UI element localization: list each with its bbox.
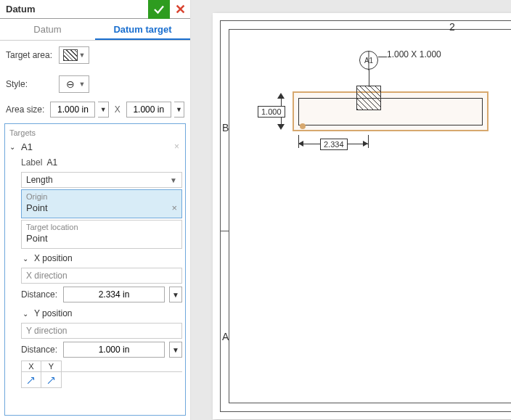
tabs: Datum Datum target — [0, 19, 190, 41]
callout-leader — [378, 57, 387, 57]
target-a1-row[interactable]: ⌄ A1 × — [8, 139, 182, 155]
style-dropdown[interactable]: ⊖ ▼ — [59, 75, 89, 93]
close-icon: ✕ — [175, 1, 186, 17]
datum-target-area[interactable] — [356, 86, 381, 110]
label-value: A1 — [46, 157, 57, 168]
arrow-icon — [298, 141, 303, 147]
area-height-input[interactable] — [126, 102, 171, 118]
callout-text[interactable]: 1.000 X 1.000 — [387, 49, 441, 59]
hatch-icon — [63, 49, 78, 61]
arrow-icon — [26, 375, 36, 385]
tab-x[interactable]: X — [21, 361, 41, 371]
xy-icons — [21, 372, 182, 388]
x-separator: X — [115, 104, 120, 115]
clear-origin-button[interactable]: × — [171, 202, 177, 213]
targets-list: Targets ⌄ A1 × Label A1 Length ▼ Origin — [4, 123, 186, 416]
part-outline[interactable] — [298, 98, 483, 125]
tab-datum-target[interactable]: Datum target — [95, 19, 190, 40]
style-label: Style: — [6, 79, 53, 89]
xdirection-placeholder: X direction — [26, 271, 68, 281]
targets-heading: Targets — [8, 127, 182, 139]
zone-label-a: A — [222, 331, 229, 342]
chevron-down-icon[interactable]: ⌄ — [23, 310, 31, 318]
area-size-row: Area size: ▼ X ▼ — [0, 99, 190, 123]
drawing-sheet: 2 B A 1.000 2.334 A1 1.000 X 1.000 UNLES… — [213, 13, 511, 419]
length-select[interactable]: Length ▼ — [21, 172, 182, 188]
xy-tabs: X Y — [21, 361, 182, 372]
target-a1-name: A1 — [21, 141, 33, 152]
datum-balloon[interactable]: A1 — [359, 51, 378, 70]
chevron-down-icon[interactable]: ⌄ — [9, 143, 18, 151]
target-area-label: Target area: — [6, 50, 53, 60]
area-size-label: Area size: — [6, 104, 47, 115]
targets-scroll[interactable]: Targets ⌄ A1 × Label A1 Length ▼ Origin — [5, 124, 185, 415]
length-value: Length — [26, 175, 53, 185]
area-height-dropdown[interactable]: ▼ — [174, 102, 184, 118]
confirm-button[interactable] — [148, 0, 170, 19]
y-distance-input[interactable] — [64, 342, 164, 357]
xdirection-input[interactable]: X direction — [21, 268, 182, 284]
panel-header: Datum ✕ — [0, 0, 190, 19]
label-row: Label A1 — [21, 155, 182, 170]
zone-label-b: B — [222, 122, 229, 133]
x-distance-row: Distance: ▼ — [21, 287, 182, 302]
target-location-value: Point — [26, 233, 48, 244]
x-distance-dropdown[interactable]: ▼ — [169, 287, 182, 302]
style-icon: ⊖ — [63, 78, 78, 90]
tab-datum[interactable]: Datum — [0, 19, 95, 40]
xposition-row[interactable]: ⌄ X position — [21, 250, 182, 266]
flip-y-button[interactable] — [41, 372, 62, 388]
ydirection-input[interactable]: Y direction — [21, 323, 182, 339]
label-caption: Label — [21, 157, 42, 168]
tab-y[interactable]: Y — [41, 361, 62, 371]
xposition-label: X position — [34, 253, 73, 263]
dimension-y[interactable]: 1.000 — [258, 106, 285, 118]
origin-caption: Origin — [26, 192, 177, 201]
y-distance-dropdown[interactable]: ▼ — [169, 342, 182, 358]
arrow-icon — [363, 141, 368, 147]
y-distance-row: Distance: ▼ — [21, 342, 182, 358]
x-distance-label: Distance: — [21, 289, 59, 300]
area-width-input[interactable] — [50, 102, 95, 118]
zone-label-2: 2 — [449, 21, 455, 33]
arrow-icon — [46, 375, 57, 385]
cancel-button[interactable]: ✕ — [170, 0, 190, 19]
y-distance-label: Distance: — [21, 345, 59, 355]
panel-title: Datum — [6, 4, 148, 15]
balloon-label: A1 — [364, 57, 373, 65]
drawing-canvas[interactable]: 2 B A 1.000 2.334 A1 1.000 X 1.000 UNLES… — [191, 0, 511, 420]
chevron-down-icon[interactable]: ⌄ — [23, 255, 31, 263]
origin-value: Point — [26, 202, 48, 213]
chevron-down-icon: ▼ — [79, 81, 86, 88]
chevron-down-icon: ▼ — [170, 176, 177, 184]
flip-x-button[interactable] — [21, 372, 41, 388]
area-width-dropdown[interactable]: ▼ — [98, 102, 108, 118]
origin-group[interactable]: Origin Point × — [21, 189, 182, 218]
datum-panel: Datum ✕ Datum Datum target Target area: … — [0, 0, 191, 420]
style-row: Style: ⊖ ▼ — [0, 70, 190, 99]
balloon-leader — [369, 70, 369, 87]
origin-point[interactable] — [300, 123, 306, 129]
remove-target-button[interactable]: × — [174, 141, 182, 152]
extension-line — [368, 135, 369, 148]
yposition-row[interactable]: ⌄ Y position — [21, 305, 182, 321]
zone-divider — [220, 231, 229, 231]
dimension-x[interactable]: 2.334 — [320, 139, 348, 150]
chevron-down-icon: ▼ — [79, 52, 86, 59]
check-icon — [152, 3, 165, 16]
target-location-group[interactable]: Target location Point — [21, 220, 182, 249]
target-location-caption: Target location — [26, 223, 177, 231]
target-area-row: Target area: ▼ — [0, 41, 190, 70]
ydirection-placeholder: Y direction — [26, 326, 67, 336]
yposition-label: Y position — [34, 308, 72, 318]
target-area-dropdown[interactable]: ▼ — [59, 46, 89, 64]
x-distance-input[interactable] — [64, 287, 164, 302]
